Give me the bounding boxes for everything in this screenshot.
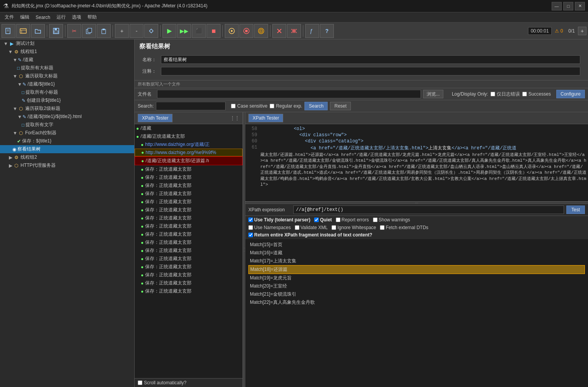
xt-item-save15[interactable]: ● 保存：正统道藏太玄部	[135, 279, 243, 287]
return-fragment-check[interactable]	[248, 233, 253, 237]
results-area[interactable]: Match[15]=首页 Match[16]=道藏 Match[17]=上清太玄…	[245, 239, 588, 387]
toggle-button[interactable]	[144, 24, 158, 38]
expand-icon[interactable]: ⋮⋮	[230, 115, 239, 121]
help-button[interactable]: ?	[320, 24, 334, 38]
reset-button[interactable]: Reset	[330, 102, 350, 110]
report-errors-check[interactable]	[336, 217, 340, 222]
tree-item-save-title1[interactable]: ✔ 保存：${title1}	[0, 137, 134, 145]
xt-item-daocang[interactable]: ● /道藏	[135, 124, 243, 132]
function-helper[interactable]: ƒ	[305, 24, 319, 38]
start-no-pauses[interactable]: ▶▶	[177, 24, 191, 38]
search-button[interactable]: Search	[304, 102, 328, 110]
minimize-button[interactable]: —	[552, 2, 562, 10]
menu-edit[interactable]: 编辑	[17, 13, 32, 21]
maximize-button[interactable]: □	[563, 2, 573, 10]
xt-item-save9[interactable]: ● 保存：正统道藏太玄部	[135, 230, 243, 238]
xt-item-save13[interactable]: ● 保存：正统道藏太玄部	[135, 263, 243, 271]
xt-item-save3[interactable]: ● 保存：正统道藏太玄部	[135, 182, 243, 190]
use-tidy-option[interactable]: Use Tidy (tolerant parser)	[248, 217, 310, 223]
new-button[interactable]	[2, 24, 15, 38]
remote-stop[interactable]	[239, 24, 253, 38]
close-button[interactable]: ✕	[575, 2, 585, 10]
tree-item-thread1[interactable]: ▼ ⚙ 线程组1	[0, 48, 134, 56]
shutdown-button[interactable]: ⏹	[207, 24, 220, 38]
paste-button[interactable]	[97, 24, 111, 38]
menu-run[interactable]: 运行	[53, 13, 69, 21]
xt-item-save14[interactable]: ● 保存：正统道藏太玄部	[135, 271, 243, 279]
tree-item-get-text[interactable]: □ 提取所有文字	[0, 121, 134, 129]
tree-item-foreach-ctrl[interactable]: ▼ ⬡ ForEach控制器	[0, 129, 134, 137]
use-tidy-check[interactable]	[248, 217, 253, 222]
xpath-expr-input[interactable]	[293, 205, 564, 214]
remote-start[interactable]	[225, 24, 239, 38]
tree-item-get-h1[interactable]: □ 提取所有大标题	[0, 64, 134, 72]
report-errors-option[interactable]: Report errors	[336, 217, 369, 223]
start-button[interactable]: ▶	[162, 24, 176, 38]
name-input[interactable]	[161, 55, 580, 64]
xt-item-daocang-full[interactable]: ● /道藏/正统道藏太玄部	[135, 132, 243, 140]
tree-item-foreach-h1[interactable]: ▼ ⬡ 遍历获取大标题	[0, 72, 134, 80]
cut-button[interactable]: ✂	[67, 24, 81, 38]
xt-item-save2[interactable]: ● 保存：正统道藏太玄部	[135, 173, 243, 182]
tree-item-title2[interactable]: ▼ ✎ /道藏/${title1}/${title2}.html	[0, 113, 134, 121]
validate-xml-check[interactable]	[295, 225, 299, 230]
log-successes-check[interactable]	[522, 92, 527, 96]
tree-item-title1[interactable]: ▼ ✎ /道藏/${title1}	[0, 80, 134, 88]
case-sensitive-group[interactable]: Case sensitive	[231, 103, 267, 109]
use-namespaces-check[interactable]	[248, 225, 253, 230]
test-button[interactable]: Test	[566, 205, 585, 214]
ignore-whitespace-option[interactable]: Ignore Whitespace	[332, 225, 376, 230]
quiet-option[interactable]: Quiet	[314, 217, 332, 223]
fetch-dtds-option[interactable]: Fetch external DTDs	[380, 225, 428, 230]
ignore-whitespace-check[interactable]	[332, 225, 336, 230]
log-errors-check[interactable]	[491, 92, 495, 96]
save-button[interactable]	[49, 24, 63, 38]
tree-item-daocang[interactable]: ▼ ✎ /道藏	[0, 56, 134, 64]
tree-item-foreach-h2[interactable]: ▼ ⬡ 遍历获取2级标题	[0, 104, 134, 113]
xt-item-url2[interactable]: ● http://www.daizhige.org/%e9%9f%	[135, 149, 243, 156]
xt-item-save5[interactable]: ● 保存：正统道藏太玄部	[135, 198, 243, 206]
collapse-button[interactable]: -	[130, 24, 144, 38]
remote-shutdown[interactable]	[254, 24, 268, 38]
copy-button[interactable]	[82, 24, 96, 38]
search-input[interactable]	[156, 102, 226, 110]
browse-button[interactable]: 浏览...	[423, 90, 443, 98]
code-area[interactable]: 58 <ol> 59 <div class="row"> 60 <div cla…	[245, 124, 588, 202]
tree-item-create-dir[interactable]: ✎ 创建目录${title1}	[0, 96, 134, 104]
tree-item-get-small[interactable]: □ 提取所有小标题	[0, 88, 134, 96]
fetch-dtds-check[interactable]	[380, 225, 385, 230]
xt-item-save12[interactable]: ● 保存：正统道藏太玄部	[135, 255, 243, 263]
filename-input[interactable]	[157, 90, 421, 98]
case-sensitive-check[interactable]	[231, 104, 236, 108]
quiet-check[interactable]	[314, 217, 319, 222]
tree-item-test-plan[interactable]: ▼ ▶ 测试计划	[0, 39, 134, 48]
xt-item-save16[interactable]: ● 保存：正统道藏太玄部	[135, 287, 243, 295]
xt-item-save10[interactable]: ● 保存：正统道藏太玄部	[135, 238, 243, 247]
xt-item-save7[interactable]: ● 保存：正统道藏太玄部	[135, 214, 243, 222]
add-remote[interactable]: +	[578, 27, 586, 35]
menu-file[interactable]: 文件	[2, 13, 17, 21]
regex-check[interactable]	[270, 104, 274, 108]
return-fragment-option[interactable]: Return entire XPath fragment instead of …	[248, 232, 372, 238]
tree-item-http-proxy[interactable]: ▶ ⬡ HTTP代理服务器	[0, 161, 134, 170]
templates-button[interactable]	[16, 24, 30, 38]
log-successes-group[interactable]: Successes	[522, 91, 551, 97]
xpath-tree[interactable]: ● /道藏 ● /道藏/正统道藏太玄部 ● http://www.daizhig…	[135, 124, 243, 378]
tree-item-result-tree[interactable]: ◉ 察看结果树	[0, 145, 134, 153]
show-warnings-check[interactable]	[373, 217, 378, 222]
validate-xml-option[interactable]: Validate XML	[295, 225, 328, 230]
xt-item-save4[interactable]: ● 保存：正统道藏太玄部	[135, 190, 243, 198]
show-warnings-option[interactable]: Show warnings	[373, 217, 410, 223]
expand-button[interactable]: +	[115, 24, 129, 38]
use-namespaces-option[interactable]: Use Namespaces	[248, 225, 291, 230]
xt-item-save11[interactable]: ● 保存：正统道藏太玄部	[135, 247, 243, 255]
comment-input[interactable]	[161, 67, 580, 75]
xt-item-save6[interactable]: ● 保存：正统道藏太玄部	[135, 206, 243, 214]
regex-group[interactable]: Regular exp.	[270, 103, 302, 109]
clear-button[interactable]	[272, 24, 286, 38]
xpath-tab1[interactable]: XPath Tester	[138, 114, 173, 122]
scroll-auto-check[interactable]	[138, 380, 142, 385]
stop-button[interactable]: ⬛	[192, 24, 206, 38]
configure-button[interactable]: Configure	[556, 90, 585, 98]
open-button[interactable]	[31, 24, 45, 38]
